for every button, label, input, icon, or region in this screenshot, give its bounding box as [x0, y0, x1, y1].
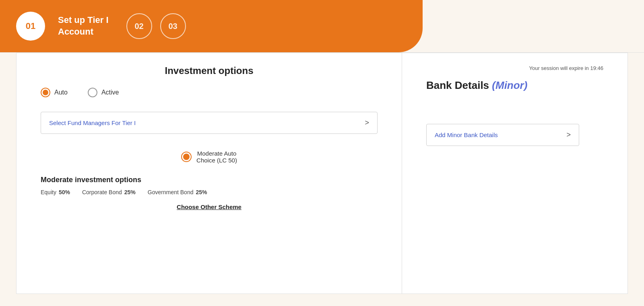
radio-auto-option[interactable]: Auto	[41, 88, 68, 97]
fund-manager-link: Select Fund Managers For Tier I	[49, 119, 136, 126]
moderate-radio-wrapper[interactable]: Moderate Auto Choice (LC 50)	[181, 150, 237, 164]
step-1-label: Set up Tier I Account	[58, 14, 109, 37]
investment-options-title: Investment options	[41, 65, 378, 76]
step-1-circle: 01	[16, 12, 45, 41]
step-1-label-line1: Set up Tier I	[58, 15, 109, 25]
radio-auto-outer	[41, 88, 50, 97]
fund-manager-arrow: >	[365, 119, 369, 127]
moderate-investment-section: Moderate investment options Equity 50% C…	[41, 176, 378, 210]
bank-title-text: Bank Details	[426, 79, 489, 91]
right-panel: Your session will expire in 19:46 Bank D…	[402, 53, 627, 294]
govt-bond-value: 25%	[196, 189, 207, 195]
corporate-bond-label: Corporate Bond	[82, 189, 122, 195]
header: 01 Set up Tier I Account 02 03	[0, 0, 423, 52]
step-3-number: 03	[168, 22, 177, 31]
choose-other-scheme-link[interactable]: Choose Other Scheme	[41, 203, 378, 210]
radio-active-outer	[88, 88, 97, 97]
equity-item: Equity 50%	[41, 189, 70, 195]
step-1-label-line2: Account	[58, 27, 93, 37]
main-content: Investment options Auto Active Select Fu…	[16, 53, 628, 294]
step-2-circle: 02	[126, 13, 152, 39]
govt-bond-label: Government Bond	[148, 189, 194, 195]
add-bank-details-box[interactable]: Add Minor Bank Details >	[426, 124, 579, 146]
equity-label: Equity	[41, 189, 56, 195]
fund-manager-box[interactable]: Select Fund Managers For Tier I >	[41, 112, 378, 134]
moderate-choice-line1: Moderate Auto	[197, 150, 237, 157]
investment-breakdown: Equity 50% Corporate Bond 25% Government…	[41, 189, 378, 195]
add-bank-arrow: >	[566, 131, 571, 139]
moderate-radio-section: Moderate Auto Choice (LC 50)	[41, 150, 378, 164]
minor-label: (Minor)	[492, 79, 527, 91]
bank-details-title: Bank Details (Minor)	[426, 79, 603, 92]
investment-radio-group: Auto Active	[41, 88, 378, 97]
step-2-number: 02	[134, 22, 143, 31]
step-1-number: 01	[26, 21, 35, 31]
steps-group: 02 03	[126, 13, 186, 39]
govt-bond-item: Government Bond 25%	[148, 189, 207, 195]
radio-active-option[interactable]: Active	[88, 88, 119, 97]
radio-auto-inner	[43, 90, 48, 95]
add-bank-link: Add Minor Bank Details	[435, 131, 498, 138]
moderate-investment-title: Moderate investment options	[41, 176, 378, 184]
moderate-choice-line2: Choice (LC 50)	[196, 157, 237, 164]
moderate-radio-outer	[181, 152, 192, 162]
corporate-bond-value: 25%	[124, 189, 136, 195]
corporate-bond-item: Corporate Bond 25%	[82, 189, 136, 195]
step-3-circle: 03	[160, 13, 186, 39]
session-info: Your session will expire in 19:46	[426, 65, 603, 71]
left-panel: Investment options Auto Active Select Fu…	[17, 53, 402, 294]
moderate-radio-inner	[183, 154, 190, 160]
equity-value: 50%	[59, 189, 70, 195]
radio-auto-label: Auto	[54, 89, 68, 96]
radio-active-label: Active	[101, 89, 119, 96]
moderate-choice-label: Moderate Auto Choice (LC 50)	[196, 150, 237, 164]
